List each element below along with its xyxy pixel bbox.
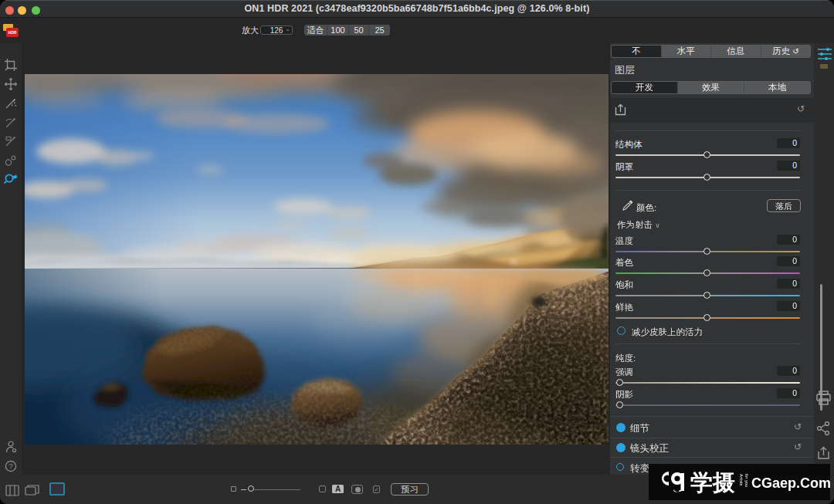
svg-text:for you: for you bbox=[744, 474, 749, 487]
svg-text:?: ? bbox=[9, 462, 13, 470]
svg-text:Artists: Artists bbox=[739, 474, 744, 486]
svg-text:CGaep.Com: CGaep.Com bbox=[751, 475, 830, 491]
svg-text:学摄: 学摄 bbox=[690, 470, 735, 495]
